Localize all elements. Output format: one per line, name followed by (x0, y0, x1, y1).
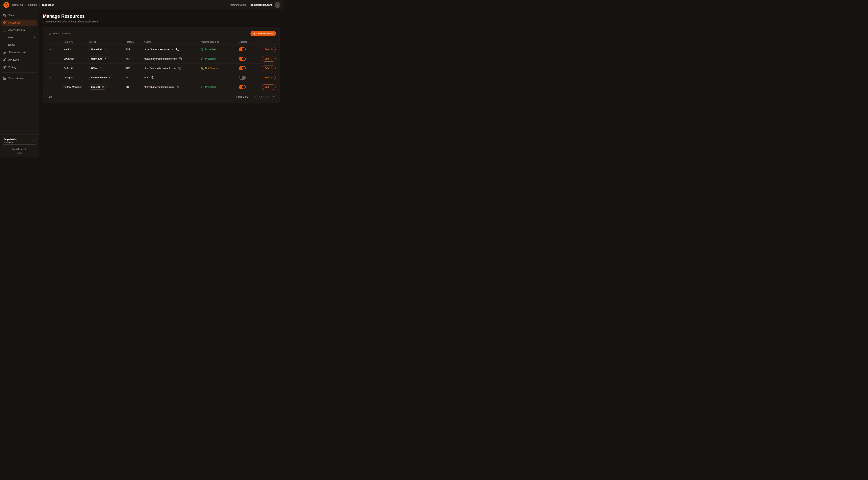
page-size-select[interactable]: 20 (47, 94, 58, 99)
shield-check-icon (201, 48, 204, 51)
key-icon (3, 58, 6, 61)
edit-button[interactable]: Edit (262, 47, 276, 52)
chevrons-right-icon (273, 96, 275, 98)
last-page-button[interactable] (272, 95, 276, 99)
previous-page-button[interactable] (259, 95, 264, 99)
site-name: Home Lab (91, 57, 102, 60)
edit-button[interactable]: Edit (262, 65, 276, 71)
open-source-label: Open Source (11, 148, 24, 150)
site-link-badge[interactable]: Office (89, 66, 104, 71)
breadcrumb-org[interactable]: home-lab (12, 3, 23, 6)
sidebar-item-resources[interactable]: Resources (1, 20, 37, 26)
sidebar-item-server-admin[interactable]: Server Admin (1, 75, 37, 81)
sidebar-nav: Sites Resources Access Control User (0, 10, 39, 134)
auth-status-label: Protected (205, 57, 216, 60)
next-page-button[interactable] (266, 95, 270, 99)
breadcrumb-settings[interactable]: settings (28, 3, 37, 6)
chevrons-left-icon (254, 96, 256, 98)
sort-icon (94, 41, 96, 43)
copy-icon[interactable] (176, 48, 179, 51)
arrow-right-icon (270, 48, 273, 51)
edit-button[interactable]: Edit (262, 56, 276, 62)
site-name: Office (91, 67, 98, 69)
copy-icon[interactable] (179, 57, 182, 60)
resource-name: Immich (56, 48, 89, 51)
chevron-down-icon (53, 96, 56, 98)
enabled-toggle[interactable] (239, 57, 246, 61)
search-input[interactable] (53, 32, 104, 35)
sidebar-item-label: API Keys (8, 58, 19, 61)
sidebar-footer: Organization Home Lab Open Source v1.3.0 (0, 134, 39, 157)
row-actions-button[interactable] (49, 76, 53, 80)
sidebar-item-roles[interactable]: Roles (1, 42, 37, 48)
sidebar-item-access-control[interactable]: Access Control (1, 27, 37, 33)
app-root: home-lab settings resources Documentatio… (0, 0, 284, 157)
column-header-access: Access (144, 40, 201, 43)
table-row: Bitwarden Home Lab TCP https://bitwarden… (47, 54, 276, 63)
access-url: https://battery.example.com (144, 86, 174, 88)
pagination: 20 Page 1 of 1 (47, 94, 276, 99)
shield-check-icon (201, 57, 204, 60)
enabled-toggle[interactable] (239, 76, 246, 80)
pangolin-logo-icon[interactable] (3, 2, 9, 8)
site-link-badge[interactable]: Home Lab (89, 47, 109, 52)
server-icon (3, 77, 6, 80)
documentation-link[interactable]: Documentation (229, 3, 246, 6)
edit-button[interactable]: Edit (262, 84, 276, 90)
sidebar-item-label: Sites (8, 14, 14, 17)
sidebar-item-users[interactable]: Users (1, 34, 37, 40)
edit-label: Edit (265, 57, 269, 60)
access-url: https://immich.example.com (144, 48, 174, 51)
sites-icon (3, 14, 6, 17)
sidebar-item-label: Settings (8, 66, 18, 69)
arrow-up-right-icon (102, 86, 104, 88)
row-actions-button[interactable] (49, 85, 53, 89)
arrow-up-right-icon (104, 58, 106, 60)
edit-button[interactable]: Edit (262, 75, 276, 80)
column-header-site[interactable]: Site (89, 40, 126, 43)
copy-icon[interactable] (176, 85, 179, 89)
column-header-authentication[interactable]: Authentication (201, 40, 238, 43)
main-content: Manage Resources Create secure proxies t… (39, 10, 284, 157)
ellipsis-icon (50, 48, 53, 51)
user-email[interactable]: joe@example.com (250, 3, 272, 6)
organization-selector[interactable]: Organization Home Lab (2, 137, 37, 145)
table-row: Postgres Second Office TCP 5432 - (47, 73, 276, 82)
resource-name: Battery Manager (56, 86, 89, 88)
open-source-link[interactable]: Open Source (11, 148, 27, 150)
protocol-value: TCP (126, 76, 144, 79)
auth-status: Protected (201, 48, 238, 51)
enabled-toggle[interactable] (239, 66, 246, 70)
ellipsis-icon (50, 57, 53, 60)
table-row: Authentik Office TCP https://authentik.e… (47, 63, 276, 73)
sidebar-item-api-keys[interactable]: API Keys (1, 57, 37, 63)
sidebar-item-shareable-links[interactable]: Shareable Links (1, 49, 37, 55)
ellipsis-icon (50, 67, 53, 70)
avatar[interactable]: J (275, 2, 280, 8)
site-link-badge[interactable]: Home Lab (89, 56, 109, 61)
row-actions-button[interactable] (49, 66, 53, 70)
add-resource-button[interactable]: Add Resource (250, 31, 276, 36)
site-name: Second Office (91, 76, 107, 79)
auth-status-label: Protected (205, 48, 216, 51)
sort-icon (217, 41, 219, 43)
auth-status-label: Protected (205, 86, 216, 88)
column-header-name[interactable]: Name (56, 40, 89, 43)
row-actions-button[interactable] (49, 47, 53, 52)
site-link-badge[interactable]: Second Office (89, 75, 113, 80)
chevron-down-icon (33, 29, 35, 31)
resource-name: Bitwarden (56, 57, 89, 60)
external-link-icon (25, 148, 27, 150)
site-link-badge[interactable]: Edge 01 (89, 85, 106, 90)
enabled-toggle[interactable] (239, 48, 246, 51)
copy-icon[interactable] (178, 66, 182, 70)
row-actions-button[interactable] (49, 57, 53, 61)
enabled-toggle[interactable] (239, 85, 246, 89)
protocol-value: TCP (126, 67, 144, 69)
sidebar-item-sites[interactable]: Sites (1, 12, 37, 18)
copy-icon[interactable] (151, 76, 155, 79)
sidebar-item-settings[interactable]: Settings (1, 64, 37, 70)
page-subtitle: Create secure proxies to your private ap… (43, 20, 280, 23)
users-icon (3, 29, 6, 32)
first-page-button[interactable] (253, 95, 257, 99)
